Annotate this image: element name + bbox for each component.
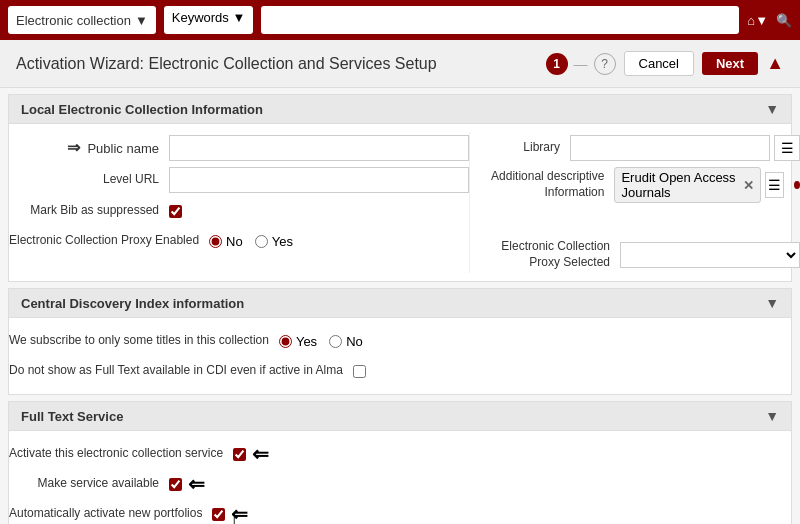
additional-info-list-button[interactable]: ☰	[765, 172, 784, 198]
make-available-arrow-icon: ⇐	[188, 472, 205, 496]
library-field: ☰	[570, 135, 800, 161]
subscribe-label: We subscribe to only some titles in this…	[9, 333, 279, 349]
page-title: Activation Wizard: Electronic Collection…	[16, 55, 437, 73]
required-indicator	[794, 181, 800, 189]
content-area: Local Electronic Collection Information …	[0, 88, 800, 524]
dropdown-arrow-icon: ▼	[135, 13, 148, 28]
right-column: Library ☰ Additional descriptive Informa…	[470, 132, 800, 273]
active-from-arrow-icon: ↓	[229, 510, 239, 524]
make-available-label: Make service available	[9, 476, 169, 492]
subscribe-no-label[interactable]: No	[329, 334, 363, 349]
local-collection-section: Local Electronic Collection Information …	[8, 94, 792, 282]
cdi-section: Central Discovery Index information ▼ We…	[8, 288, 792, 395]
make-available-checkbox[interactable]	[169, 478, 182, 491]
search-icon[interactable]: 🔍	[776, 13, 792, 28]
public-name-input[interactable]	[169, 135, 469, 161]
spacer-row	[470, 206, 800, 236]
ec-proxy-selected-row: Electronic Collection Proxy Selected	[470, 236, 800, 273]
mark-bib-label: Mark Bib as suppressed	[9, 203, 169, 219]
donotshow-checkbox[interactable]	[353, 365, 366, 378]
donotshow-row: Do not show as Full Text available in CD…	[9, 356, 791, 386]
local-section-body: ⇒ Public name Level URL	[9, 124, 791, 281]
auto-activate-checkbox[interactable]	[212, 508, 225, 521]
scroll-up-button[interactable]: ▲	[766, 53, 784, 74]
activate-checkbox[interactable]	[233, 448, 246, 461]
activate-row: Activate this electronic collection serv…	[9, 439, 791, 469]
cdi-section-toggle[interactable]: ▼	[765, 295, 779, 311]
ec-proxy-selected-field	[620, 242, 800, 268]
remove-additional-info-button[interactable]: ✕	[743, 178, 754, 193]
subscribe-field: Yes No	[279, 334, 791, 349]
auto-activate-label: Automatically activate new portfolios	[9, 506, 212, 522]
additional-info-row: Additional descriptive Information Erudi…	[470, 164, 800, 206]
ec-proxy-label: Electronic Collection Proxy Enabled	[9, 233, 209, 249]
ec-proxy-selected-label: Electronic Collection Proxy Selected	[470, 239, 620, 270]
keywords-dropdown[interactable]: Keywords ▼	[164, 6, 254, 34]
subscribe-no-radio[interactable]	[329, 335, 342, 348]
ec-proxy-row: Electronic Collection Proxy Enabled No Y…	[9, 226, 469, 256]
additional-info-field: Erudit Open Access Journals ✕ ☰	[614, 167, 800, 203]
library-list-button[interactable]: ☰	[774, 135, 800, 161]
ec-proxy-no-radio[interactable]	[209, 235, 222, 248]
donotshow-label: Do not show as Full Text available in CD…	[9, 363, 353, 379]
help-button[interactable]: ?	[594, 53, 616, 75]
mark-bib-row: Mark Bib as suppressed	[9, 196, 469, 226]
additional-info-label: Additional descriptive Information	[470, 169, 614, 200]
auto-activate-row: Automatically activate new portfolios ⇐	[9, 499, 791, 524]
make-available-field: ⇐	[169, 472, 791, 496]
level-url-label: Level URL	[9, 172, 169, 188]
auto-activate-field: ⇐	[212, 502, 791, 524]
ec-proxy-no-label[interactable]: No	[209, 234, 243, 249]
library-label: Library	[470, 140, 570, 156]
subscribe-yes-radio[interactable]	[279, 335, 292, 348]
step-number: 1	[546, 53, 568, 75]
fulltext-section-title: Full Text Service	[21, 409, 123, 424]
step-separator: —	[574, 56, 588, 72]
local-section-toggle[interactable]: ▼	[765, 101, 779, 117]
cancel-button[interactable]: Cancel	[624, 51, 694, 76]
level-url-field	[169, 167, 469, 193]
make-available-row: Make service available ⇐	[9, 469, 791, 499]
mark-bib-field	[169, 205, 469, 218]
fulltext-section-header: Full Text Service ▼	[9, 402, 791, 431]
step-indicator: 1 — ?	[546, 53, 616, 75]
local-section-title: Local Electronic Collection Information	[21, 102, 263, 117]
public-name-row: ⇒ Public name	[9, 132, 469, 164]
library-input[interactable]	[570, 135, 770, 161]
ec-proxy-yes-label[interactable]: Yes	[255, 234, 293, 249]
level-url-row: Level URL	[9, 164, 469, 196]
fulltext-section: Full Text Service ▼ Activate this electr…	[8, 401, 792, 524]
page-header: Activation Wizard: Electronic Collection…	[0, 40, 800, 88]
cdi-section-body: We subscribe to only some titles in this…	[9, 318, 791, 394]
search-input[interactable]	[261, 6, 739, 34]
fulltext-section-body: Activate this electronic collection serv…	[9, 431, 791, 524]
left-column: ⇒ Public name Level URL	[9, 132, 470, 273]
collection-label: Electronic collection	[16, 13, 131, 28]
ec-proxy-yes-radio[interactable]	[255, 235, 268, 248]
top-navigation-bar: Electronic collection ▼ Keywords ▼ ⌂▼ 🔍	[0, 0, 800, 40]
ec-proxy-field: No Yes	[209, 234, 469, 249]
mark-bib-checkbox[interactable]	[169, 205, 182, 218]
subscribe-row: We subscribe to only some titles in this…	[9, 326, 791, 356]
activate-label: Activate this electronic collection serv…	[9, 446, 233, 462]
activate-field: ⇐	[233, 442, 791, 466]
home-icon[interactable]: ⌂▼	[747, 13, 768, 28]
local-section-header: Local Electronic Collection Information …	[9, 95, 791, 124]
ec-proxy-selected-dropdown[interactable]	[620, 242, 800, 268]
additional-info-chip: Erudit Open Access Journals ✕	[614, 167, 760, 203]
level-url-input[interactable]	[169, 167, 469, 193]
cdi-section-title: Central Discovery Index information	[21, 296, 244, 311]
public-name-field	[169, 135, 469, 161]
header-actions: 1 — ? Cancel Next ▲	[546, 51, 784, 76]
library-row: Library ☰	[470, 132, 800, 164]
activate-arrow-icon: ⇐	[252, 442, 269, 466]
next-button[interactable]: Next	[702, 52, 758, 75]
subscribe-yes-label[interactable]: Yes	[279, 334, 317, 349]
collection-dropdown[interactable]: Electronic collection ▼	[8, 6, 156, 34]
donotshow-field	[353, 365, 791, 378]
cdi-section-header: Central Discovery Index information ▼	[9, 289, 791, 318]
local-form-grid: ⇒ Public name Level URL	[9, 132, 791, 273]
nav-icons: ⌂▼ 🔍	[747, 13, 792, 28]
public-name-label: ⇒ Public name	[9, 138, 169, 159]
fulltext-section-toggle[interactable]: ▼	[765, 408, 779, 424]
